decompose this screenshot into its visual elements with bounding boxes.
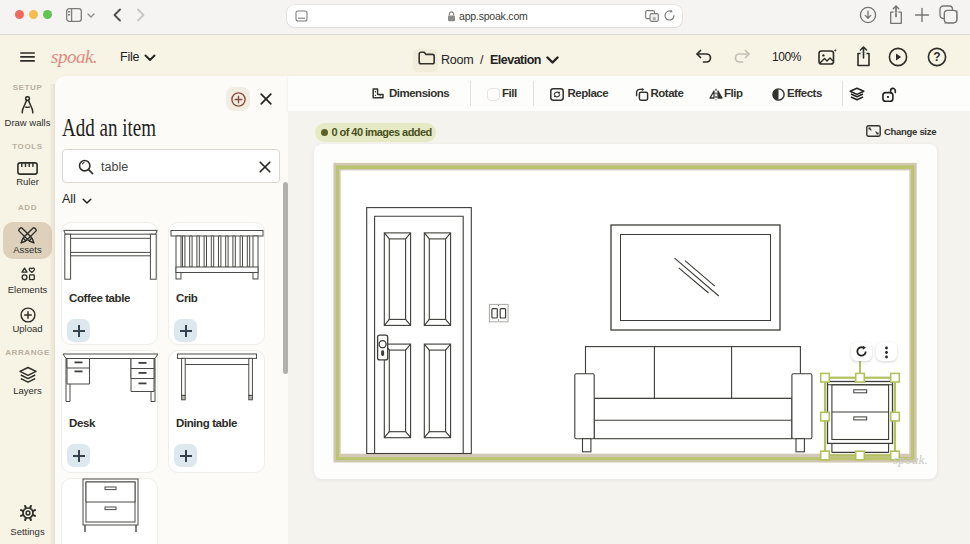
svg-text:spoak.: spoak. xyxy=(893,452,928,467)
svg-text:?: ? xyxy=(933,50,940,64)
